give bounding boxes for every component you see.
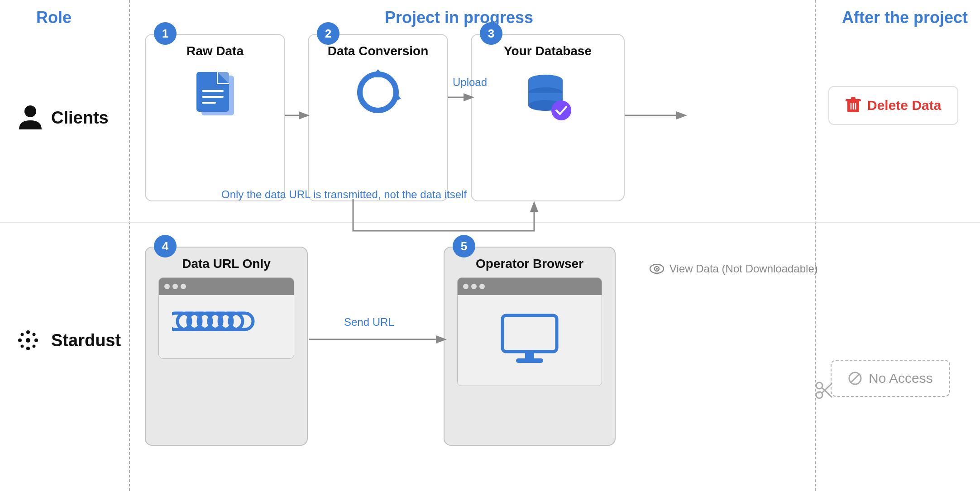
trash-icon: [846, 97, 861, 114]
step5-browser: [457, 277, 602, 386]
step1-num: 1: [154, 22, 177, 45]
svg-point-39: [656, 268, 658, 270]
step3-title: Your Database: [504, 44, 592, 58]
arrow-2-3: [448, 91, 475, 104]
upload-label: Upload: [453, 76, 487, 89]
svg-point-5: [34, 338, 38, 342]
svg-point-4: [18, 338, 22, 342]
no-access-box: No Access: [831, 360, 950, 397]
role-clients: Clients: [18, 104, 109, 131]
svg-point-9: [33, 345, 36, 348]
no-access-text: No Access: [869, 371, 933, 386]
step1-box: 1 Raw Data: [145, 34, 285, 201]
step5-box: 5 Operator Browser: [444, 247, 616, 446]
step4-browser-bar: [159, 278, 294, 295]
svg-point-6: [21, 333, 24, 336]
step3-num: 3: [480, 22, 502, 45]
step3-box: 3 Your Database: [471, 34, 625, 201]
arrow-4-5: [309, 333, 447, 346]
step4-box: 4 Data URL Only: [145, 247, 308, 446]
raw-data-icon: [190, 67, 240, 122]
scissors-area: [815, 380, 835, 402]
step5-browser-bar: [458, 278, 602, 295]
monitor-icon: [500, 313, 559, 367]
chain-link-icon: [172, 304, 281, 349]
svg-rect-32: [851, 97, 856, 100]
scissors-icon: [815, 380, 835, 400]
view-data-label: View Data (Not Downloadable): [650, 262, 818, 275]
arrow-1-2: [285, 109, 310, 122]
svg-point-1: [26, 338, 30, 343]
step5-browser-body: [458, 295, 602, 386]
url-path: [199, 199, 548, 253]
step2-box: 2 Data Conversion: [308, 34, 448, 201]
header-role: Role: [36, 8, 72, 27]
divider-right: [815, 0, 816, 491]
conversion-icon: [353, 67, 403, 117]
svg-point-2: [26, 330, 30, 334]
svg-point-3: [26, 347, 30, 350]
step2-title: Data Conversion: [328, 44, 429, 58]
delete-label: Delete Data: [867, 98, 941, 113]
svg-point-7: [33, 333, 36, 336]
step5-title: Operator Browser: [476, 257, 583, 271]
send-url-label: Send URL: [344, 316, 394, 329]
step4-num: 4: [154, 235, 177, 257]
svg-point-8: [21, 345, 24, 348]
database-icon: [518, 67, 577, 126]
eye-icon: [650, 264, 664, 274]
clients-icon: [18, 104, 43, 131]
step4-browser: [158, 277, 294, 359]
header-after: After the project: [842, 8, 968, 27]
arrow-3-delete: [625, 109, 688, 122]
divider-left: [129, 0, 130, 491]
header-progress: Project in progress: [385, 8, 533, 27]
step4-title: Data URL Only: [182, 257, 271, 271]
step2-num: 2: [317, 22, 339, 45]
step4-browser-body: [159, 295, 294, 358]
step1-title: Raw Data: [186, 44, 244, 58]
delete-box: Delete Data: [828, 86, 958, 125]
no-access-icon: [848, 371, 862, 386]
role-stardust: Stardust: [14, 326, 121, 355]
diagram-container: Role Project in progress After the proje…: [0, 0, 980, 491]
svg-point-0: [24, 105, 36, 117]
svg-line-41: [851, 374, 860, 383]
svg-rect-24: [502, 315, 557, 352]
stardust-icon: [14, 326, 43, 355]
view-data-text: View Data (Not Downloadable): [669, 262, 818, 275]
svg-rect-26: [516, 358, 543, 363]
